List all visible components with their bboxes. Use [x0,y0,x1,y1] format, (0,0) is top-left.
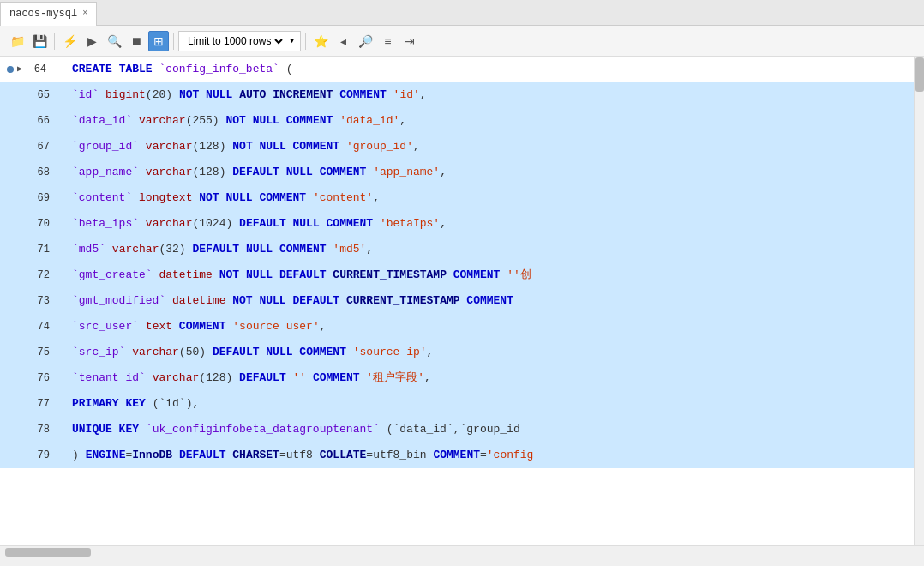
line-number-area: 70 [0,211,69,237]
line-number: 72 [29,262,50,288]
toolbar: 📁 💾 ⚡ ▶ 🔍 ⏹ ⊞ Limit to 1000 rows Limit t… [0,26,924,57]
line-number: 69 [29,185,50,211]
code-line-content: `gmt_modified` datetime NOT NULL DEFAULT… [69,288,914,314]
line-number-area: 78 [0,417,69,443]
table-row: 71 `md5` varchar(32) DEFAULT NULL COMMEN… [0,237,914,262]
table-row: ▶64CREATE TABLE `config_info_beta` ( [0,57,914,82]
code-line-content: `gmt_create` datetime NOT NULL DEFAULT C… [69,262,914,288]
code-line-content: `app_name` varchar(128) DEFAULT NULL COM… [69,160,914,185]
tab-bar: nacos-mysql × [0,0,924,26]
table-row: 67 `group_id` varchar(128) NOT NULL COMM… [0,134,914,160]
line-number: 73 [29,288,50,314]
line-indicator-dot [7,66,14,73]
line-number: 66 [29,108,50,134]
save-button[interactable]: 💾 [29,31,50,51]
line-number-area: ▶64 [0,57,69,82]
bookmark-button[interactable]: ⭐ [310,31,331,51]
line-number: 68 [29,160,50,185]
line-number: 77 [29,391,50,417]
code-line-content: `data_id` varchar(255) NOT NULL COMMENT … [69,108,914,134]
code-line-content: `id` bigint(20) NOT NULL AUTO_INCREMENT … [69,82,914,108]
separator-1 [54,33,55,50]
line-number-area: 75 [0,340,69,365]
tab-close-button[interactable]: × [82,9,87,18]
table-row: 68 `app_name` varchar(128) DEFAULT NULL … [0,160,914,185]
table-row: 69 `content` longtext NOT NULL COMMENT '… [0,185,914,211]
line-number-area: 72 [0,262,69,288]
line-number-area: 76 [0,365,69,391]
code-line-content: `group_id` varchar(128) NOT NULL COMMENT… [69,134,914,160]
word-wrap-button[interactable]: ≡ [377,31,398,51]
line-number-area: 71 [0,237,69,262]
table-row: 73 `gmt_modified` datetime NOT NULL DEFA… [0,288,914,314]
line-number-area: 77 [0,391,69,417]
line-number-area: 65 [0,82,69,108]
table-row: 72 `gmt_create` datetime NOT NULL DEFAUL… [0,262,914,288]
code-line-content: PRIMARY KEY (`id`), [69,391,914,417]
editor-container: ▶64CREATE TABLE `config_info_beta` (65 `… [0,57,924,545]
table-row: 74 `src_user` text COMMENT 'source user'… [0,314,914,340]
table-row: 75 `src_ip` varchar(50) DEFAULT NULL COM… [0,340,914,365]
execute-selection-button[interactable]: ▶ [81,31,102,51]
line-arrow-icon: ▶ [17,57,22,82]
line-number: 70 [29,211,50,237]
h-scrollbar-thumb[interactable] [5,548,91,557]
stop-button[interactable]: ⏹ [126,31,147,51]
table-row: 79) ENGINE=InnoDB DEFAULT CHARSET=utf8 C… [0,443,914,468]
line-number: 78 [29,417,50,443]
line-number: 64 [26,57,46,82]
code-line-content: `src_user` text COMMENT 'source user', [69,314,914,340]
line-number-area: 73 [0,288,69,314]
dropdown-arrow-icon: ▾ [289,34,295,47]
execute-button[interactable]: ⚡ [59,31,80,51]
line-number-area: 66 [0,108,69,134]
toggle-results-button[interactable]: ⊞ [148,31,169,51]
line-number-area: 79 [0,443,69,468]
line-number: 74 [29,314,50,340]
code-line-content: `content` longtext NOT NULL COMMENT 'con… [69,185,914,211]
code-line-content: `src_ip` varchar(50) DEFAULT NULL COMMEN… [69,340,914,365]
line-number: 79 [29,443,50,468]
open-file-button[interactable]: 📁 [7,31,27,51]
vertical-scrollbar[interactable] [914,57,924,545]
line-number-area: 74 [0,314,69,340]
line-number: 65 [29,82,50,108]
line-number: 67 [29,134,50,160]
code-line-content: ) ENGINE=InnoDB DEFAULT CHARSET=utf8 COL… [69,443,914,468]
line-number-area: 67 [0,134,69,160]
table-row: 78 UNIQUE KEY `uk_configinfobeta_datagro… [0,417,914,443]
table-row: 66 `data_id` varchar(255) NOT NULL COMME… [0,108,914,134]
line-number: 76 [29,365,50,391]
search-button[interactable]: 🔎 [355,31,375,51]
code-line-content: `tenant_id` varchar(128) DEFAULT '' COMM… [69,365,914,391]
line-number: 75 [29,340,50,365]
code-area[interactable]: ▶64CREATE TABLE `config_info_beta` (65 `… [0,57,914,545]
horizontal-scrollbar[interactable] [0,545,924,557]
limit-select[interactable]: Limit to 1000 rows Limit to 500 rows Don… [184,34,285,48]
table-row: 65 `id` bigint(20) NOT NULL AUTO_INCREME… [0,82,914,108]
tab-label: nacos-mysql [9,8,77,20]
line-number-area: 68 [0,160,69,185]
explain-button[interactable]: 🔍 [104,31,124,51]
back-button[interactable]: ◂ [333,31,353,51]
indent-button[interactable]: ⇥ [399,31,420,51]
separator-3 [305,33,306,50]
limit-dropdown[interactable]: Limit to 1000 rows Limit to 500 rows Don… [178,31,301,51]
table-row: 76 `tenant_id` varchar(128) DEFAULT '' C… [0,365,914,391]
separator-2 [173,33,174,50]
tab-nacos-mysql[interactable]: nacos-mysql × [0,2,97,26]
code-line-content: CREATE TABLE `config_info_beta` ( [69,57,914,82]
code-line-content: `md5` varchar(32) DEFAULT NULL COMMENT '… [69,237,914,262]
scrollbar-thumb[interactable] [915,57,924,92]
table-row: 77 PRIMARY KEY (`id`), [0,391,914,417]
table-row: 70 `beta_ips` varchar(1024) DEFAULT NULL… [0,211,914,237]
code-line-content: `beta_ips` varchar(1024) DEFAULT NULL CO… [69,211,914,237]
line-number: 71 [29,237,50,262]
code-line-content: UNIQUE KEY `uk_configinfobeta_datagroupt… [69,417,914,443]
line-number-area: 69 [0,185,69,211]
